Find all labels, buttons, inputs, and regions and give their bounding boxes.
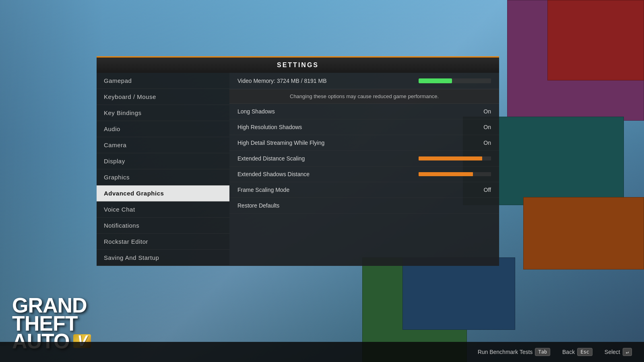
- setting-row-long-shadows[interactable]: Long ShadowsOn: [229, 104, 499, 119]
- sidebar-item-saving-startup[interactable]: Saving And Startup: [97, 250, 229, 266]
- setting-value-frame-scaling-mode: Off: [475, 187, 491, 193]
- container-blue: [402, 257, 515, 330]
- bottom-action-label-back: Back: [562, 349, 575, 355]
- setting-value-high-detail-streaming: On: [475, 140, 491, 146]
- setting-label-high-detail-streaming: High Detail Streaming While Flying: [237, 140, 324, 146]
- sidebar-item-notifications[interactable]: Notifications: [97, 218, 229, 234]
- bottom-action-key-select: ↵: [623, 348, 632, 356]
- setting-label-extended-distance-scaling: Extended Distance Scaling: [237, 155, 305, 162]
- content-area: Video Memory: 3724 MB / 8191 MB Changing…: [229, 73, 499, 266]
- sidebar-item-voice-chat[interactable]: Voice Chat: [97, 202, 229, 218]
- bottom-action-key-run-benchmark: Tab: [535, 348, 550, 356]
- sidebar-item-advanced-graphics[interactable]: Advanced Graphics: [97, 185, 229, 202]
- warning-text: Changing these options may cause reduced…: [229, 89, 499, 104]
- bottom-bar: Run Benchmark TestsTabBackEscSelect↵: [0, 342, 644, 362]
- sidebar-item-camera[interactable]: Camera: [97, 137, 229, 153]
- restore-defaults-label: Restore Defaults: [237, 202, 279, 209]
- bottom-action-back[interactable]: BackEsc: [562, 348, 592, 356]
- settings-rows: Long ShadowsOnHigh Resolution ShadowsOnH…: [229, 104, 499, 198]
- bottom-action-label-select: Select: [605, 349, 620, 355]
- slider-container-extended-distance-scaling[interactable]: [419, 156, 491, 160]
- video-memory-row: Video Memory: 3724 MB / 8191 MB: [229, 73, 499, 89]
- sidebar-item-display[interactable]: Display: [97, 153, 229, 169]
- settings-body: GamepadKeyboard / MouseKey BindingsAudio…: [97, 73, 499, 266]
- setting-row-extended-distance-scaling[interactable]: Extended Distance Scaling: [229, 151, 499, 167]
- sidebar-item-key-bindings[interactable]: Key Bindings: [97, 105, 229, 121]
- sidebar-item-gamepad[interactable]: Gamepad: [97, 73, 229, 89]
- container-red: [547, 0, 644, 80]
- setting-row-frame-scaling-mode[interactable]: Frame Scaling ModeOff: [229, 182, 499, 198]
- sidebar-item-keyboard-mouse[interactable]: Keyboard / Mouse: [97, 89, 229, 105]
- bottom-action-run-benchmark[interactable]: Run Benchmark TestsTab: [478, 348, 550, 356]
- setting-value-long-shadows: On: [475, 108, 491, 115]
- setting-label-high-resolution-shadows: High Resolution Shadows: [237, 124, 302, 130]
- setting-label-extended-shadows-distance: Extended Shadows Distance: [237, 171, 310, 177]
- setting-row-high-detail-streaming[interactable]: High Detail Streaming While FlyingOn: [229, 135, 499, 151]
- slider-fill-extended-distance-scaling: [419, 156, 482, 160]
- slider-container-extended-shadows-distance[interactable]: [419, 172, 491, 176]
- bottom-action-select[interactable]: Select↵: [605, 348, 632, 356]
- video-memory-fill: [419, 78, 452, 83]
- setting-value-high-resolution-shadows: On: [475, 124, 491, 130]
- setting-row-high-resolution-shadows[interactable]: High Resolution ShadowsOn: [229, 119, 499, 135]
- settings-title: SETTINGS: [277, 62, 319, 68]
- sidebar-item-graphics[interactable]: Graphics: [97, 169, 229, 185]
- bottom-action-key-back: Esc: [577, 348, 592, 356]
- setting-label-long-shadows: Long Shadows: [237, 108, 275, 115]
- sidebar: GamepadKeyboard / MouseKey BindingsAudio…: [97, 73, 229, 266]
- sidebar-item-rockstar-editor[interactable]: Rockstar Editor: [97, 234, 229, 250]
- setting-row-extended-shadows-distance[interactable]: Extended Shadows Distance: [229, 167, 499, 182]
- slider-fill-extended-shadows-distance: [419, 172, 473, 176]
- sidebar-item-audio[interactable]: Audio: [97, 121, 229, 137]
- settings-title-bar: SETTINGS: [97, 56, 499, 73]
- settings-panel: SETTINGS GamepadKeyboard / MouseKey Bind…: [97, 56, 499, 266]
- video-memory-label: Video Memory: 3724 MB / 8191 MB: [237, 78, 327, 84]
- setting-label-frame-scaling-mode: Frame Scaling Mode: [237, 187, 289, 193]
- video-memory-bar: [419, 78, 491, 83]
- restore-defaults-row[interactable]: Restore Defaults: [229, 198, 499, 214]
- bottom-action-label-run-benchmark: Run Benchmark Tests: [478, 349, 533, 355]
- container-orange: [523, 197, 644, 269]
